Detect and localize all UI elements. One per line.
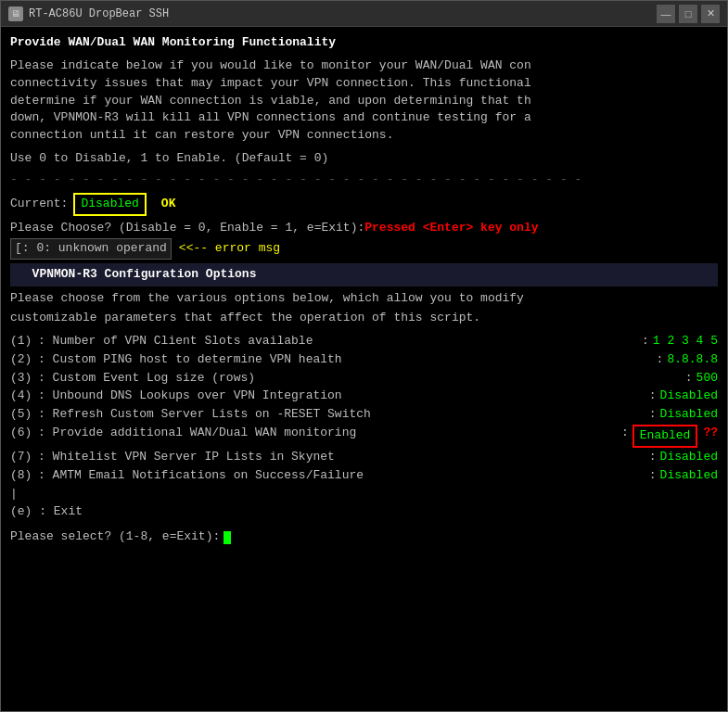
config-num-8: (8) <box>10 467 38 485</box>
section2-header: VPNMON-R3 Configuration Options <box>10 263 718 286</box>
maximize-button[interactable]: □ <box>679 5 697 23</box>
config-val-5: Disabled <box>660 406 718 424</box>
close-button[interactable]: ✕ <box>701 5 720 23</box>
section2-desc2: customizable parameters that affect the … <box>10 310 718 327</box>
desc-line-1: Please indicate below if you would like … <box>10 57 718 75</box>
window-title: RT-AC86U DropBear SSH <box>29 7 169 20</box>
section1-title: Provide WAN/Dual WAN Monitoring Function… <box>10 34 718 52</box>
config-item-8: (8) : AMTM Email Notifications on Succes… <box>10 467 718 485</box>
config-val-4: Disabled <box>660 388 718 405</box>
config-desc-2: : Custom PING host to determine VPN heal… <box>38 351 653 369</box>
current-value-box: Disabled <box>73 193 146 216</box>
bottom-prompt-line: Please select? (1-8, e=Exit): <box>10 528 718 546</box>
error-arrow: <<-- error msg <box>179 240 280 258</box>
cursor-block <box>224 531 231 544</box>
bottom-prompt-text: Please select? (1-8, e=Exit): <box>10 528 220 546</box>
titlebar: 🖥 RT-AC86U DropBear SSH — □ ✕ <box>1 1 727 27</box>
section2-block: Please choose from the various options b… <box>10 290 718 521</box>
pipe-separator: | <box>10 486 718 503</box>
choose-prompt-line: Please Choose? (Disable = 0, Enable = 1,… <box>10 220 718 237</box>
window-controls: — □ ✕ <box>657 5 720 23</box>
main-window: 🖥 RT-AC86U DropBear SSH — □ ✕ Provide WA… <box>0 0 728 712</box>
config-item-2: (2) : Custom PING host to determine VPN … <box>10 351 718 369</box>
desc-line-5: connection until it can restore your VPN… <box>10 127 718 145</box>
ok-label: OK <box>161 196 176 213</box>
config-num-6: (6) <box>10 425 38 448</box>
config-val-2: 8.8.8.8 <box>667 351 718 369</box>
divider1: - - - - - - - - - - - - - - - - - - - - … <box>10 172 718 189</box>
config-val-8: Disabled <box>660 467 718 485</box>
desc-line-4: down, VPNMON-R3 will kill all VPN connec… <box>10 109 718 127</box>
config-item-5: (5) : Refresh Custom Server Lists on -RE… <box>10 406 718 424</box>
choose-prompt-text: Please Choose? (Disable = 0, Enable = 1,… <box>10 220 364 237</box>
config-num-4: (4) <box>10 388 38 405</box>
config-desc-5: : Refresh Custom Server Lists on -RESET … <box>38 406 645 424</box>
current-label: Current: <box>10 196 68 213</box>
config-desc-1: : Number of VPN Client Slots available <box>38 333 638 350</box>
config-desc-7: : Whitelist VPN Server IP Lists in Skyne… <box>38 449 645 466</box>
usage-hint: Use 0 to Disable, 1 to Enable. (Default … <box>10 150 718 168</box>
config-num-3: (3) <box>10 370 38 388</box>
config-val-6: Enabled <box>632 425 698 448</box>
error-line: [: 0: unknown operand <<-- error msg <box>10 238 718 260</box>
terminal-area[interactable]: Provide WAN/Dual WAN Monitoring Function… <box>1 27 727 711</box>
error-text: [: 0: unknown operand <box>10 238 172 260</box>
section2-desc1: Please choose from the various options b… <box>10 290 718 308</box>
config-qq-6: ?? <box>703 425 718 448</box>
minimize-button[interactable]: — <box>657 5 675 23</box>
desc-line-3: determine if your WAN connection is viab… <box>10 93 718 110</box>
config-item-7: (7) : Whitelist VPN Server IP Lists in S… <box>10 449 718 466</box>
current-status-line: Current: Disabled OK <box>10 193 718 216</box>
config-desc-4: : Unbound DNS Lookups over VPN Integrati… <box>38 388 645 405</box>
config-desc-6: : Provide additional WAN/Dual WAN monito… <box>38 425 618 448</box>
config-item-4: (4) : Unbound DNS Lookups over VPN Integ… <box>10 388 718 405</box>
config-num-7: (7) <box>10 449 38 466</box>
desc-line-2: connectivity issues that may impact your… <box>10 75 718 93</box>
config-val-1: 1 2 3 4 5 <box>653 333 718 350</box>
config-item-1: (1) : Number of VPN Client Slots availab… <box>10 333 718 350</box>
config-num-5: (5) <box>10 406 38 424</box>
config-desc-8: : AMTM Email Notifications on Success/Fa… <box>38 467 645 485</box>
config-val-7: Disabled <box>660 449 718 466</box>
config-val-3: 500 <box>696 370 718 388</box>
config-item-6: (6) : Provide additional WAN/Dual WAN mo… <box>10 425 718 448</box>
pressed-enter-msg: Pressed <Enter> key only <box>364 220 538 237</box>
config-item-3: (3) : Custom Event Log size (rows) : 500 <box>10 370 718 388</box>
config-num-1: (1) <box>10 333 38 350</box>
config-num-2: (2) <box>10 351 38 369</box>
description-block: Please indicate below if you would like … <box>10 57 718 145</box>
config-desc-3: : Custom Event Log size (rows) <box>38 370 682 388</box>
exit-item: (e) : Exit <box>10 503 718 521</box>
titlebar-left: 🖥 RT-AC86U DropBear SSH <box>8 6 169 21</box>
app-icon: 🖥 <box>8 6 23 21</box>
